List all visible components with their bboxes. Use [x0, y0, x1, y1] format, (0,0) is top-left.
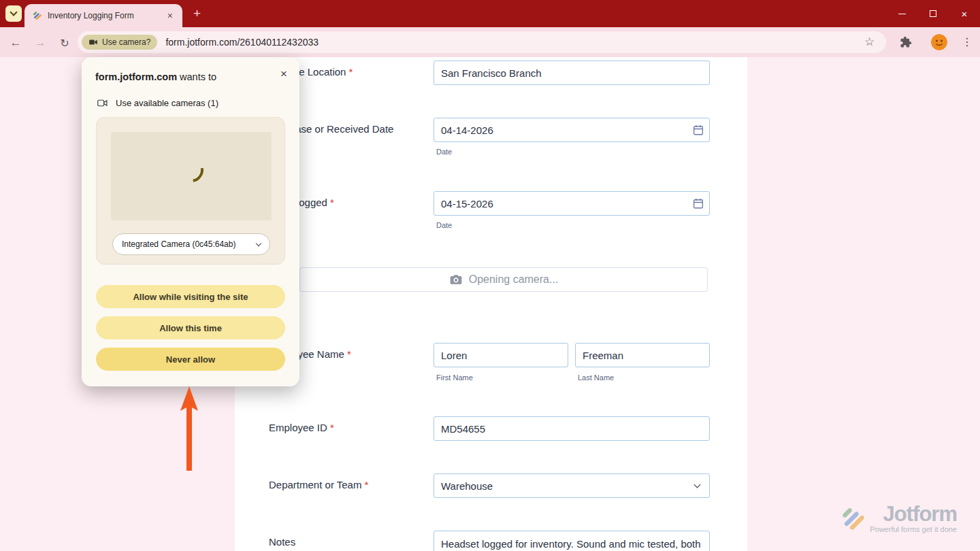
received-date-input[interactable]	[434, 118, 710, 142]
last-name-input[interactable]	[575, 343, 710, 367]
profile-avatar[interactable]	[931, 34, 947, 50]
back-button[interactable]: ←	[7, 34, 24, 52]
department-select[interactable]: Warehouse	[434, 473, 710, 498]
chevron-down-icon	[694, 482, 701, 488]
allow-while-visiting-button[interactable]: Allow while visiting the site	[96, 285, 285, 308]
annotation-arrow-icon	[177, 385, 201, 471]
employee-id-input[interactable]	[434, 416, 710, 441]
camera-permission-dialog: form.jotform.com wants to × Use availabl…	[82, 57, 299, 386]
bookmark-star-icon[interactable]: ☆	[864, 35, 875, 49]
camera-permission-chip[interactable]: Use camera?	[82, 35, 157, 50]
chevron-down-icon	[10, 8, 17, 16]
form-sheet: Storage Location* Purchase or Received D…	[235, 57, 747, 551]
storage-location-input[interactable]	[434, 61, 710, 85]
dialog-origin: form.jotform.com	[95, 71, 177, 82]
extensions-puzzle-icon[interactable]	[900, 36, 912, 48]
camera-availability-text: Use available cameras (1)	[116, 98, 218, 108]
notes-label: Notes	[269, 536, 295, 548]
never-allow-button[interactable]: Never allow	[96, 348, 285, 371]
required-asterisk: *	[364, 479, 368, 490]
avatar-face-icon	[931, 34, 947, 50]
take-photo-button[interactable]: Opening camera...	[299, 267, 708, 292]
dialog-wants-to: wants to	[177, 71, 216, 82]
tab-title: Inventory Logging Form	[48, 11, 165, 20]
required-asterisk: *	[348, 66, 353, 78]
address-bar[interactable]: Use camera? form.jotform.com/26104011243…	[78, 31, 886, 53]
notes-textarea[interactable]: Headset logged for inventory. Sound and …	[434, 531, 710, 551]
jotform-logo-icon	[841, 506, 866, 531]
chevron-down-icon	[256, 241, 261, 246]
date-logged-sublabel: Date	[436, 221, 452, 229]
maximize-icon	[930, 10, 936, 17]
jotform-tagline: Powerful forms get it done	[870, 525, 957, 533]
department-label: Department or Team*	[269, 479, 368, 490]
window-controls: ×	[886, 0, 980, 27]
browser-menu-icon[interactable]: ⋮	[962, 35, 973, 48]
first-name-sublabel: First Name	[436, 373, 473, 382]
new-tab-button[interactable]: +	[193, 6, 201, 21]
window-minimize-button[interactable]	[886, 0, 917, 27]
window-maximize-button[interactable]	[917, 0, 949, 27]
browser-tab[interactable]: Inventory Logging Form ×	[24, 4, 182, 27]
close-icon: ×	[962, 9, 968, 19]
url-text: form.jotform.com/261040112432033	[165, 37, 318, 48]
date-logged-input[interactable]	[434, 191, 710, 216]
photo-camera-icon	[449, 273, 463, 286]
dialog-close-icon[interactable]: ×	[280, 67, 287, 81]
camera-status-text: Opening camera...	[469, 273, 559, 286]
minimize-icon	[898, 14, 906, 14]
browser-titlebar: Inventory Logging Form × + ×	[0, 0, 980, 27]
allow-this-time-button[interactable]: Allow this time	[96, 316, 285, 339]
tab-search-button[interactable]	[5, 5, 22, 22]
video-camera-icon	[88, 37, 98, 47]
window-close-button[interactable]: ×	[949, 0, 980, 27]
required-asterisk: *	[330, 197, 334, 208]
required-asterisk: *	[347, 348, 351, 360]
required-asterisk: *	[330, 422, 334, 433]
loading-spinner-icon	[174, 153, 208, 187]
forward-button[interactable]: →	[31, 34, 49, 52]
calendar-icon[interactable]	[692, 197, 704, 210]
camera-chip-label: Use camera?	[102, 37, 150, 47]
camera-availability-row: Use available cameras (1)	[97, 97, 218, 109]
camera-preview	[111, 132, 272, 220]
received-date-sublabel: Date	[436, 148, 452, 156]
employee-id-label: Employee ID*	[269, 422, 334, 433]
reload-button[interactable]: ↻	[56, 34, 74, 52]
department-value: Warehouse	[441, 480, 493, 492]
tab-close-icon[interactable]: ×	[165, 10, 176, 22]
tab-favicon-icon	[33, 11, 42, 20]
jotform-wordmark: Jotform	[870, 503, 957, 524]
jotform-branding[interactable]: Jotform Powerful forms get it done	[841, 503, 957, 533]
camera-device-name: Integrated Camera (0c45:64ab)	[122, 239, 235, 249]
first-name-input[interactable]	[434, 343, 568, 367]
video-camera-icon	[97, 97, 108, 109]
last-name-sublabel: Last Name	[578, 373, 614, 382]
camera-device-select[interactable]: Integrated Camera (0c45:64ab)	[112, 233, 270, 255]
dialog-title: form.jotform.com wants to	[95, 71, 216, 82]
calendar-icon[interactable]	[692, 124, 704, 136]
